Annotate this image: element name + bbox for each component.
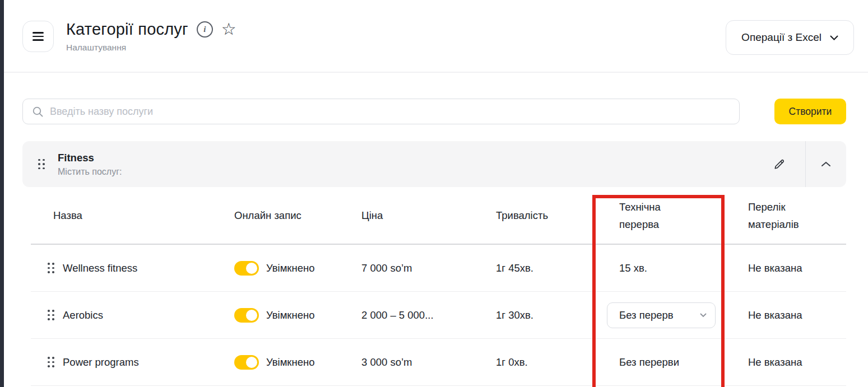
service-duration: 1г 30хв. [496,309,619,321]
toolbar: Створити [22,99,846,124]
sidebar-edge [0,0,4,387]
toggle-status-label: Увімкнено [266,262,314,274]
hamburger-icon [33,32,44,34]
page-title: Категорії послуг [66,20,188,39]
online-booking-toggle[interactable] [234,355,259,370]
column-header-name: Назва [22,209,234,222]
service-name: Wellness fitness [63,262,137,274]
search-input[interactable] [50,106,730,118]
row-divider [31,385,846,386]
service-name: Power programs [63,356,139,369]
services-table: Назва Онлайн запис Ціна Тривалість Техні… [22,187,846,386]
collapse-category-button[interactable] [806,141,846,187]
tech-break-select[interactable]: Без перерв [607,302,716,328]
chevron-down-icon [700,313,707,318]
service-price: 3 000 so’m [361,356,496,369]
pencil-icon [773,158,786,171]
breadcrumb: Налаштування [66,43,236,53]
create-button[interactable]: Створити [774,99,846,124]
online-booking-toggle[interactable] [234,308,259,323]
column-header-tech-break: Технічна перерва [619,198,689,233]
service-price: 2 000 – 5 000... [361,309,496,321]
drag-handle-icon[interactable] [48,310,54,320]
main-content: Створити Fitness Містить послуг: Назва О… [0,99,868,386]
star-icon[interactable]: ☆ [221,21,236,38]
service-duration: 1г 45хв. [496,262,619,274]
service-materials: Не вказана [748,309,846,321]
drag-handle-icon[interactable] [38,159,45,170]
chevron-up-icon [821,161,831,167]
table-row: Power programs Увімкнено 3 000 so’m 1г 0… [22,339,846,385]
service-duration: 1г 0хв. [496,356,619,369]
header-divider [0,72,868,73]
search-box[interactable] [22,99,740,124]
category-description: Містить послуг: [58,167,122,177]
online-booking-toggle[interactable] [234,261,259,276]
title-block: Категорії послуг i ☆ Налаштування [66,20,236,53]
table-row: Aerobics Увімкнено 2 000 – 5 000... 1г 3… [22,292,846,338]
service-name: Aerobics [63,309,103,321]
column-header-online: Онлайн запис [234,209,361,222]
column-header-materials: Перелік матеріалів [748,198,818,233]
table-row: Wellness fitness Увімкнено 7 000 so’m 1г… [22,245,846,291]
service-materials: Не вказана [748,356,846,369]
drag-handle-icon[interactable] [48,357,54,367]
service-materials: Не вказана [748,262,846,274]
menu-toggle-button[interactable] [22,21,54,52]
column-header-price: Ціна [361,209,496,222]
table-header-row: Назва Онлайн запис Ціна Тривалість Техні… [22,187,846,244]
service-tech-break: 15 хв. [619,262,748,274]
drag-handle-icon[interactable] [48,263,54,273]
toggle-status-label: Увімкнено [266,356,314,369]
search-icon [32,106,44,118]
service-tech-break: Без перерви [619,356,748,369]
info-icon[interactable]: i [197,21,213,38]
toggle-status-label: Увімкнено [266,309,314,321]
service-price: 7 000 so’m [361,262,496,274]
category-name: Fitness [58,152,122,164]
category-header: Fitness Містить послуг: [22,141,846,187]
edit-category-button[interactable] [754,141,805,187]
column-header-duration: Тривалість [496,209,619,222]
topbar: Категорії послуг i ☆ Налаштування Операц… [0,0,868,72]
excel-operations-button[interactable]: Операції з Excel [726,20,854,55]
chevron-down-icon [830,35,838,40]
